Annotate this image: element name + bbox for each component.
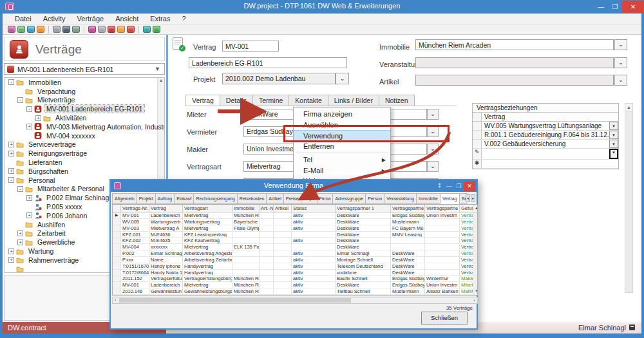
column-header-1[interactable]: Vertrag: [149, 205, 183, 212]
dialog-tab-allgemein[interactable]: Allgemein: [112, 193, 137, 204]
column-header-6[interactable]: Status: [292, 205, 336, 212]
minimize-button[interactable]: —: [594, 1, 608, 13]
dialog-tab-reisekosten[interactable]: Reisekosten: [238, 193, 267, 204]
scrollbar-thumb[interactable]: [119, 298, 351, 303]
tree-toggle-icon[interactable]: +: [8, 249, 14, 254]
column-header-5[interactable]: Artikel: [274, 205, 292, 212]
table-row[interactable]: MV-003Mietvertrag AMietvertragFilale Oly…: [113, 225, 477, 232]
dropdown-icon[interactable]: ▼: [609, 122, 618, 130]
tab-scroll-left-icon[interactable]: ◂: [466, 194, 470, 202]
immobilie-combo[interactable]: München Riem Arcaden: [415, 39, 614, 50]
tree-item[interactable]: +Reinigungsverträge: [5, 149, 164, 158]
toolbar-icon-12[interactable]: [117, 26, 125, 33]
table-row[interactable]: 2011.152VertragserfülluVertragserfüllung…: [113, 276, 477, 282]
tree-toggle-icon[interactable]: -: [8, 79, 14, 85]
relation-row[interactable]: R.001.1 Gebäudereinigung F.064 bis 31.12…: [473, 131, 618, 140]
veranstaltung-dropdown-button[interactable]: ⌄: [614, 57, 627, 68]
projekt-combo[interactable]: 2010.002 Demo Ladenbau: [222, 73, 336, 84]
dialog-tab-person[interactable]: Person: [366, 193, 384, 204]
dialog-tab-preise[interactable]: Preise: [284, 193, 301, 204]
relation-value[interactable]: [482, 149, 609, 159]
relation-row[interactable]: WV.005 Wartungsvertrag Lüftungsanlage▼: [473, 122, 618, 131]
column-header-9[interactable]: Vertragspartne: [425, 205, 460, 212]
tree-toggle-icon[interactable]: +: [8, 151, 14, 156]
artikel-dropdown-button[interactable]: ⌄: [614, 75, 627, 86]
v-scrollbar[interactable]: [473, 232, 478, 238]
tree-toggle-icon[interactable]: -: [26, 106, 32, 112]
table-row[interactable]: P.xxxName...Arbeitsvertrag Zeitarbeitakt…: [113, 257, 477, 263]
veranstaltung-combo[interactable]: [415, 57, 614, 68]
menu-extras[interactable]: Extras: [144, 15, 176, 23]
v-scrollbar[interactable]: [473, 212, 478, 219]
column-header-3[interactable]: Immobilie: [232, 205, 260, 212]
contract-selector[interactable]: MV-001 Ladenbereich EG-R101 ▼: [4, 63, 165, 75]
dialog-tab-vertrag[interactable]: Vertrag: [440, 193, 460, 204]
menu-item-firmaanzeigen[interactable]: Firma anzeigen: [294, 109, 390, 120]
relation-value[interactable]: [482, 160, 609, 168]
dialog-minimize-button[interactable]: —: [444, 183, 454, 189]
close-button[interactable]: ✕: [622, 1, 644, 13]
tab-linksbilder[interactable]: Links / Bilder: [328, 95, 379, 106]
schliessen-button[interactable]: Schließen: [421, 312, 468, 324]
dialog-tab-immobilie[interactable]: Immobilie: [417, 193, 440, 204]
tree-toggle-icon[interactable]: +: [26, 195, 32, 201]
v-scrollbar[interactable]: [473, 250, 478, 257]
column-header-7[interactable]: Vertragspartner 1: [336, 205, 391, 212]
dialog-help-icon[interactable]: ⁑: [435, 183, 444, 189]
tree-toggle-icon[interactable]: +: [8, 257, 14, 263]
chevron-down-icon[interactable]: ▼: [155, 66, 160, 72]
dropdown-icon[interactable]: ▼: [609, 131, 618, 139]
tab-notizen[interactable]: Notizen: [379, 95, 415, 106]
tree-item[interactable]: -MV-001 Ladenbereich EG-R101: [5, 104, 164, 113]
tree-item[interactable]: -Immobilien: [5, 78, 164, 87]
scroll-right-icon[interactable]: ›: [471, 297, 477, 303]
tab-details[interactable]: Details: [220, 95, 253, 106]
dialog-close-button[interactable]: ✕: [464, 182, 475, 191]
toolbar-icon-3[interactable]: [37, 26, 44, 33]
table-row[interactable]: MV-004xxxxxxxMietvertragELK 135 PassivDe…: [113, 244, 477, 250]
v-scrollbar[interactable]: [473, 270, 478, 276]
toolbar-icon-1[interactable]: [17, 26, 25, 33]
tree-item[interactable]: +MV-004 xxxxxxx: [5, 131, 164, 140]
tree-item[interactable]: +Verpachtung: [5, 87, 164, 96]
column-header-4[interactable]: Art.-Nr: [260, 205, 274, 212]
chevron-down-icon[interactable]: ⌄: [427, 109, 439, 120]
dialog-tab-veranstaltung[interactable]: Veranstaltung: [384, 193, 417, 204]
dialog-tab-firma[interactable]: Firma: [317, 193, 334, 204]
dialog-tab-projekt[interactable]: Projekt: [137, 193, 156, 204]
tree-item[interactable]: +MV-003 Mietvertrag Automation, Industri…: [5, 122, 164, 131]
table-row[interactable]: 2010.146GewährleistunGewährleistungsbürg…: [113, 288, 477, 295]
tree-toggle-icon[interactable]: +: [17, 239, 23, 245]
table-row[interactable]: ▶MV-001LadenbereichMietvertragMünchen Ri…: [113, 212, 477, 219]
dialog-h-scrollbar[interactable]: ‹ ›: [112, 297, 478, 304]
dialog-tab-artikel[interactable]: Artikel: [267, 193, 283, 204]
tree-toggle-icon[interactable]: +: [17, 230, 23, 236]
menu-item-email[interactable]: E-Mail▶: [294, 165, 390, 176]
toolbar-icon-7[interactable]: [72, 26, 80, 33]
tree-item[interactable]: +Bürgschaften: [5, 167, 164, 176]
tree-toggle-icon[interactable]: -: [8, 177, 14, 183]
menu-activity[interactable]: Activity: [37, 15, 71, 23]
dialog-tab-auftrag[interactable]: Auftrag: [156, 193, 175, 204]
tree-item[interactable]: +Aktivitäten: [5, 113, 164, 122]
v-scrollbar[interactable]: [473, 257, 478, 263]
scroll-left-icon[interactable]: ‹: [113, 297, 118, 303]
table-row[interactable]: KFZ.002M-E4635KFZ KaufvertragaktivDeskWa…: [113, 238, 477, 244]
dropdown-icon[interactable]: ▼: [609, 140, 618, 148]
printer-icon[interactable]: [629, 324, 635, 330]
tab-termine[interactable]: Termine: [253, 95, 289, 106]
relation-edit-row[interactable]: ✎▼: [473, 149, 618, 160]
menu-?[interactable]: ?: [176, 15, 191, 23]
table-row[interactable]: WV.005WartungsvertrWartungsvertragBayeri…: [113, 219, 477, 225]
dialog-tab-einkauf[interactable]: Einkauf: [175, 193, 194, 204]
table-row[interactable]: P.002Elmar SchinaglArbeitsvertrag Angest…: [113, 250, 477, 257]
dialog-maximize-button[interactable]: ❐: [454, 183, 464, 189]
relations-scrollbar[interactable]: ▲: [625, 103, 633, 293]
vertrag-name-input[interactable]: Ladenbereich EG-R101: [189, 57, 347, 68]
toolbar-icon-11[interactable]: [108, 26, 115, 33]
table-row[interactable]: T:0172/86644Handy Nokia 1Handyvertragakt…: [113, 270, 477, 276]
v-scrollbar[interactable]: ▼: [473, 288, 478, 295]
tab-vertrag[interactable]: Vertrag: [185, 95, 220, 106]
tree-toggle-icon[interactable]: +: [35, 115, 41, 121]
tree-toggle-icon[interactable]: +: [8, 168, 14, 174]
